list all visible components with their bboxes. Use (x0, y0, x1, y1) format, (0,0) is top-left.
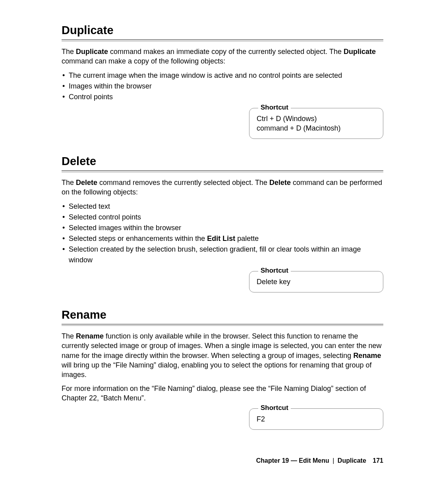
list-item: Control points (62, 92, 383, 102)
rule-thin (62, 325, 383, 326)
rename-p2: For more information on the “File Naming… (62, 384, 383, 403)
text: will bring up the “File Naming” dialog, … (62, 361, 371, 379)
text: command removes the currently selected o… (97, 179, 269, 187)
section-rename: Rename The Rename function is only avail… (62, 308, 383, 430)
text-bold: Rename (76, 332, 104, 340)
list-item: Selected steps or enhancements within th… (62, 233, 383, 244)
shortcut-content: F2 (257, 414, 376, 424)
rule-thin (62, 41, 383, 41)
rule-thin (62, 172, 383, 172)
text: command makes an immediate copy of the c… (108, 48, 344, 56)
footer-chapter: Chapter 19 — Edit Menu (256, 457, 329, 464)
list-item: Images within the browser (62, 81, 383, 92)
text-bold: Duplicate (76, 48, 108, 56)
shortcut-box-delete: Shortcut Delete key (249, 271, 383, 292)
rule-thick (62, 170, 383, 171)
duplicate-bullets: The current image when the image window … (62, 70, 383, 102)
section-duplicate: Duplicate The Duplicate command makes an… (62, 24, 383, 139)
shortcut-box-duplicate: Shortcut Ctrl + D (Windows) command + D … (249, 108, 383, 139)
text: Selected steps or enhancements within th… (69, 235, 207, 242)
text-bold: Rename (353, 352, 381, 360)
footer-separator: | (332, 457, 334, 464)
shortcut-legend: Shortcut (258, 404, 291, 412)
rule-thick (62, 39, 383, 40)
text: The (62, 48, 76, 56)
shortcut-content: Ctrl + D (Windows) command + D (Macintos… (257, 114, 376, 133)
list-item: Selection created by the selection brush… (62, 244, 383, 265)
text: command can make a copy of the following… (62, 57, 225, 65)
shortcut-line: command + D (Macintosh) (257, 123, 376, 133)
duplicate-intro: The Duplicate command makes an immediate… (62, 47, 383, 66)
text: The (62, 179, 76, 187)
heading-delete: Delete (62, 155, 383, 168)
list-item: The current image when the image window … (62, 70, 383, 81)
heading-duplicate: Duplicate (62, 24, 383, 37)
rule-thick (62, 324, 383, 325)
heading-rename: Rename (62, 308, 383, 321)
shortcut-line: Ctrl + D (Windows) (257, 114, 376, 123)
text-bold: Duplicate (344, 48, 376, 56)
list-item: Selected images within the browser (62, 223, 383, 233)
shortcut-line: F2 (257, 414, 376, 424)
page-content: Duplicate The Duplicate command makes an… (0, 0, 429, 430)
section-delete: Delete The Delete command removes the cu… (62, 155, 383, 292)
text: palette (235, 235, 259, 242)
page-footer: Chapter 19 — Edit Menu | Duplicate 171 (256, 457, 383, 464)
text-bold: Edit List (207, 235, 235, 242)
shortcut-box-rename: Shortcut F2 (249, 408, 383, 430)
delete-intro: The Delete command removes the currently… (62, 178, 383, 197)
shortcut-legend: Shortcut (258, 267, 291, 275)
list-item: Selected control points (62, 212, 383, 223)
footer-topic: Duplicate (338, 457, 366, 464)
text: function is only available while in the … (62, 332, 381, 360)
list-item: Selected text (62, 201, 383, 212)
shortcut-content: Delete key (257, 277, 376, 287)
text-bold: Delete (76, 179, 97, 187)
shortcut-legend: Shortcut (258, 104, 291, 112)
rename-p1: The Rename function is only available wh… (62, 331, 383, 379)
footer-page-number: 171 (373, 457, 383, 464)
shortcut-line: Delete key (257, 277, 376, 287)
text: The (62, 332, 76, 340)
text-bold: Delete (269, 179, 291, 187)
delete-bullets: Selected text Selected control points Se… (62, 201, 383, 265)
